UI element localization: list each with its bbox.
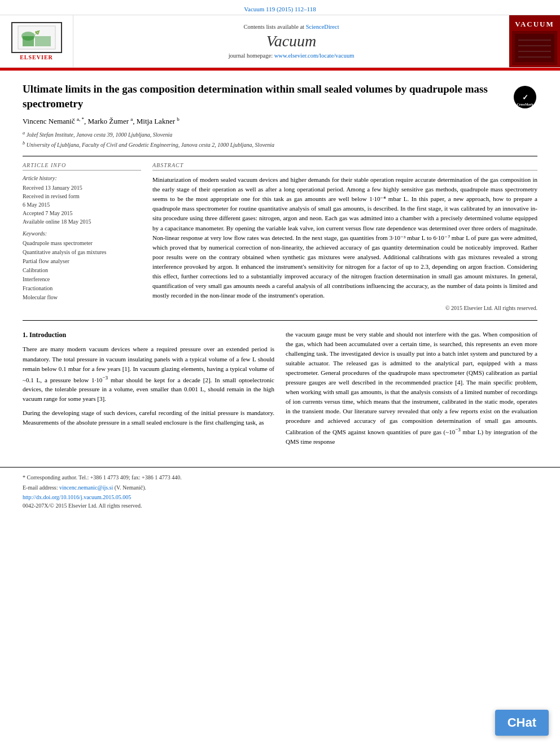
section-divider-top xyxy=(23,156,537,156)
affil-a: a Jožef Stefan Institute, Janova cesta 3… xyxy=(23,130,537,139)
keyword-4: Calibration xyxy=(23,266,141,275)
keyword-7: Molecular flow xyxy=(23,293,141,302)
journal-name-display: Vacuum xyxy=(266,32,317,50)
history-label: Article history: xyxy=(23,175,141,181)
crossmark-icon: ✓ CrossMark xyxy=(514,86,536,108)
affil-b: b University of Ljubljana, Faculty of Ci… xyxy=(23,140,537,149)
corresponding-author-note: * Corresponding author. Tel.: +386 1 477… xyxy=(23,473,537,482)
keywords-section: Keywords: Quadrupole mass spectrometer Q… xyxy=(23,230,141,302)
elsevier-logo-box: 🌿 xyxy=(11,22,62,53)
journal-center-area: Contents lists available at ScienceDirec… xyxy=(73,15,509,67)
body-columns: 1. Introduction There are many modern va… xyxy=(23,330,537,451)
sciencedirect-link[interactable]: ScienceDirect xyxy=(306,24,339,30)
email-link[interactable]: vincenc.nemanic@ijs.si xyxy=(59,484,113,491)
svg-rect-3 xyxy=(35,36,51,46)
email-note: E-mail address: vincenc.nemanic@ijs.si (… xyxy=(23,483,537,492)
authors-line: Vincenc Nemanič a, *, Marko Žumer a, Mit… xyxy=(23,116,537,126)
copyright-line: © 2015 Elsevier Ltd. All rights reserved… xyxy=(152,305,537,311)
body-col-left: 1. Introduction There are many modern va… xyxy=(23,330,274,451)
date-online: Available online 18 May 2015 xyxy=(23,217,141,226)
date-revised: 6 May 2015 xyxy=(23,200,141,209)
abstract-text: Miniaturization of modern sealed vacuum … xyxy=(152,175,537,300)
info-abstract-row: ARTICLE INFO Article history: Received 1… xyxy=(23,162,537,311)
intro-para-2: During the developing stage of such devi… xyxy=(23,408,274,427)
footer-ids: http://dx.doi.org/10.1016/j.vacuum.2015.… xyxy=(23,494,537,500)
doi-link[interactable]: http://dx.doi.org/10.1016/j.vacuum.2015.… xyxy=(23,494,131,500)
cover-image xyxy=(512,31,557,65)
intro-para-3: the vacuum gauge must be very stable and… xyxy=(286,330,537,447)
keyword-1: Quadrupole mass spectrometer xyxy=(23,239,141,248)
article-title-row: Ultimate limits in the gas composition d… xyxy=(23,82,537,111)
svg-text:CrossMark: CrossMark xyxy=(517,103,533,106)
homepage-link[interactable]: www.elsevier.com/locate/vacuum xyxy=(274,53,355,59)
article-footer: * Corresponding author. Tel.: +386 1 477… xyxy=(0,467,560,514)
svg-text:✓: ✓ xyxy=(522,93,528,102)
issn-line: 0042-207X/© 2015 Elsevier Ltd. All right… xyxy=(23,503,537,509)
keyword-6: Fractionation xyxy=(23,284,141,293)
crossmark-badge: ✓ CrossMark xyxy=(512,84,537,110)
svg-rect-6 xyxy=(515,34,554,62)
chat-button[interactable]: CHat xyxy=(495,710,549,736)
journal-title-row: 🌿 ELSEVIER Contents lists available at S… xyxy=(0,15,560,68)
intro-para-1: There are many modern vacuum devices whe… xyxy=(23,344,274,404)
affiliations: a Jožef Stefan Institute, Janova cesta 3… xyxy=(23,130,537,150)
volume-info: Vacuum 119 (2015) 112–118 xyxy=(244,6,316,12)
vacuum-cover-label: VACUUM xyxy=(515,20,554,29)
abstract-col: ABSTRACT Miniaturization of modern seale… xyxy=(152,162,537,311)
date-received: Received 13 January 2015 xyxy=(23,184,141,192)
abstract-header: ABSTRACT xyxy=(152,162,537,171)
contents-list-text: Contents lists available at ScienceDirec… xyxy=(243,24,339,30)
article-info-header: ARTICLE INFO xyxy=(23,162,141,171)
date-accepted: Accepted 7 May 2015 xyxy=(23,209,141,217)
bottom-divider xyxy=(23,320,537,321)
svg-point-4 xyxy=(21,32,35,41)
keyword-5: Interference xyxy=(23,275,141,284)
journal-header: Vacuum 119 (2015) 112–118 🌿 ELSEVIER xyxy=(0,0,560,69)
journal-top-bar: Vacuum 119 (2015) 112–118 xyxy=(0,3,560,15)
body-col-right: the vacuum gauge must be very stable and… xyxy=(286,330,537,451)
elsevier-text: ELSEVIER xyxy=(20,54,53,60)
article-info-col: ARTICLE INFO Article history: Received 1… xyxy=(23,162,141,311)
article-content: Ultimate limits in the gas composition d… xyxy=(0,71,560,462)
vacuum-cover-area: VACUUM xyxy=(509,15,560,67)
date-revised-label: Received in revised form xyxy=(23,192,141,200)
homepage-text: journal homepage: www.elsevier.com/locat… xyxy=(229,53,355,59)
keyword-3: Partial flow analyser xyxy=(23,257,141,266)
page-container: Vacuum 119 (2015) 112–118 🌿 ELSEVIER xyxy=(0,0,560,514)
article-title: Ultimate limits in the gas composition d… xyxy=(23,82,512,111)
keyword-2: Quantitative analysis of gas mixtures xyxy=(23,248,141,257)
elsevier-logo-area: 🌿 ELSEVIER xyxy=(0,15,73,67)
section-1-title: 1. Introduction xyxy=(23,330,274,340)
keywords-label: Keywords: xyxy=(23,230,141,237)
